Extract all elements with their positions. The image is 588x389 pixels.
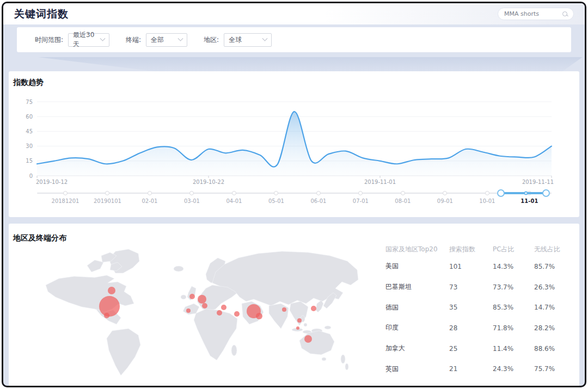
map-bubble [282, 307, 286, 312]
table-row: 英国2124.3%75.7% [385, 359, 571, 379]
trend-chart: 015304560752019-10-122019-10-222019-11-0… [9, 95, 583, 186]
section-gap [3, 57, 585, 71]
slider-tick-label: 07-01 [353, 198, 369, 204]
slider-tick-label: 10-01 [479, 198, 495, 204]
slider-tick-label: 05-01 [268, 198, 284, 204]
date-range-slider: 201812012019010102-0103-0104-0105-0106-0… [37, 189, 552, 208]
keyword-search[interactable] [498, 8, 574, 20]
slider-selected-tick [524, 192, 528, 195]
chevron-down-icon [100, 35, 106, 41]
svg-text:2019-10-12: 2019-10-12 [36, 179, 68, 185]
table-cell: 美国 [385, 262, 449, 271]
trend-section-title: 指数趋势 [13, 78, 44, 88]
map-bubble [296, 326, 299, 330]
filter-band: 时间范围: 最近30天 终端: 全部 地区: 全球 [3, 24, 585, 57]
table-cell: 71.8% [493, 324, 534, 332]
slider-track[interactable] [37, 193, 552, 194]
svg-text:0: 0 [29, 173, 33, 179]
slider-tick-label: 04-01 [226, 198, 242, 204]
svg-text:15: 15 [26, 158, 33, 164]
terminal-label: 终端: [126, 35, 141, 45]
slider-handle-right[interactable] [542, 189, 550, 197]
table-cell: 印度 [385, 323, 449, 332]
table-cell: 73.7% [493, 283, 534, 291]
slider-tick [485, 191, 489, 195]
table-cell: 21 [449, 365, 493, 373]
trend-series [37, 112, 552, 176]
table-cell: 35 [449, 304, 493, 311]
slider-tick-label: 03-01 [184, 198, 200, 204]
table-header-cell: 国家及地区Top20 [385, 245, 449, 254]
continents [46, 249, 358, 375]
time-range-select[interactable]: 最近30天 [68, 33, 109, 47]
slider-tick [274, 191, 278, 195]
filter-terminal: 终端: 全部 [126, 33, 187, 47]
terminal-select[interactable]: 全部 [146, 33, 187, 47]
region-select[interactable]: 全球 [224, 33, 272, 47]
table-header-cell: PC占比 [493, 245, 534, 254]
region-label: 地区: [204, 35, 219, 45]
svg-text:2019-11-01: 2019-11-01 [364, 179, 396, 185]
slider-tick [189, 191, 194, 195]
svg-text:75: 75 [26, 99, 33, 105]
world-map [42, 249, 361, 377]
top-bar: 关键词指数 [3, 3, 585, 24]
map-bubble [217, 310, 222, 316]
terminal-value: 全部 [151, 35, 179, 45]
slider-tick [232, 191, 236, 195]
trend-section: 指数趋势 015304560752019-10-122019-10-222019… [9, 71, 579, 217]
table-cell: 巴基斯坦 [385, 282, 449, 292]
slider-tick [148, 191, 152, 195]
search-icon[interactable] [562, 11, 568, 17]
table-row: 美国10114.3%85.7% [385, 256, 571, 277]
slider-tick-label: 08-01 [395, 198, 411, 204]
top-countries-table: 国家及地区Top20搜索指数PC占比无线占比美国10114.3%85.7%巴基斯… [385, 242, 571, 379]
table-cell: 德国 [385, 303, 449, 312]
slider-tick [316, 191, 321, 195]
map-bubble [221, 305, 226, 310]
slider-tick-label: 20190101 [94, 198, 121, 204]
table-header-row: 国家及地区Top20搜索指数PC占比无线占比 [385, 242, 571, 256]
table-row: 德国3585.3%14.7% [385, 297, 571, 318]
map-bubble [189, 294, 195, 299]
chevron-down-icon [262, 35, 268, 41]
search-input[interactable] [503, 10, 562, 18]
map-bubble [297, 318, 302, 323]
filter-region: 地区: 全球 [204, 33, 272, 47]
time-range-label: 时间范围: [35, 35, 63, 45]
table-cell: 26.3% [534, 283, 571, 291]
table-cell: 25 [449, 345, 493, 353]
table-cell: 英国 [385, 365, 449, 374]
table-cell: 101 [449, 263, 493, 270]
svg-text:2019-10-22: 2019-10-22 [193, 179, 224, 185]
svg-text:60: 60 [26, 114, 33, 120]
svg-text:45: 45 [26, 128, 33, 134]
table-row: 巴基斯坦7373.7%26.3% [385, 277, 571, 298]
table-cell: 75.7% [534, 365, 571, 373]
slider-tick [401, 191, 405, 195]
slider-tick-label: 11-01 [520, 198, 538, 204]
table-cell: 14.7% [534, 304, 571, 311]
table-cell: 14.3% [493, 263, 534, 270]
slider-tick-label: 02-01 [142, 198, 157, 204]
map-bubble [108, 287, 115, 294]
slider-tick-label: 20181201 [52, 198, 79, 204]
table-cell: 85.3% [493, 304, 534, 311]
table-cell: 24.3% [493, 365, 534, 373]
table-cell: 88.6% [534, 345, 571, 353]
svg-text:2019-11-11: 2019-11-11 [522, 179, 554, 185]
map-bubble [99, 296, 120, 317]
table-cell: 28 [449, 324, 493, 332]
table-row: 印度2871.8%28.2% [385, 318, 571, 338]
map-bubble [198, 295, 206, 304]
map-bubble [104, 313, 109, 318]
slider-tick [443, 191, 447, 195]
table-cell: 28.2% [534, 324, 571, 332]
filter-time-range: 时间范围: 最近30天 [35, 33, 109, 47]
table-row: 加拿大2511.4%88.6% [385, 338, 571, 359]
map-bubble [186, 308, 191, 313]
slider-handle-left[interactable] [497, 189, 505, 197]
slider-tick [105, 191, 109, 195]
table-cell: 11.4% [493, 345, 534, 353]
map-bubble [311, 306, 316, 311]
